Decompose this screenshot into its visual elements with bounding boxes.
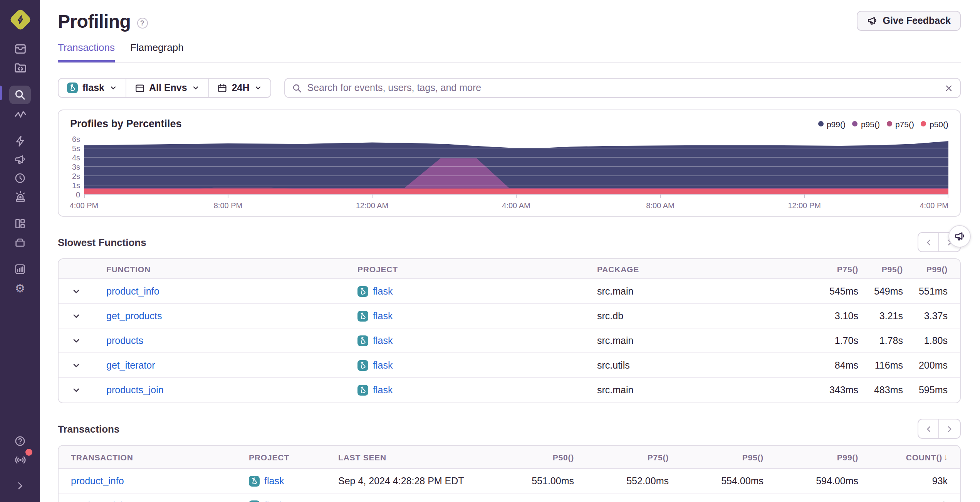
p75-value: 388.00ms xyxy=(574,494,669,502)
transaction-link[interactable]: product_info xyxy=(71,475,124,486)
expand-row-button[interactable] xyxy=(59,378,94,403)
y-tick-label: 0 xyxy=(76,190,80,199)
date-range-filter[interactable]: 24H xyxy=(208,79,270,97)
table-row: get_iteratorflasksrc.utils84ms116ms200ms xyxy=(59,353,960,378)
give-feedback-button[interactable]: Give Feedback xyxy=(857,11,961,31)
y-tick-label: 5s xyxy=(72,144,80,152)
sidebar-item-user-feedback[interactable] xyxy=(9,151,31,168)
expand-row-button[interactable] xyxy=(59,279,94,303)
sidebar-item-replays[interactable] xyxy=(9,170,31,187)
legend-item-p99[interactable]: p99() xyxy=(818,119,846,128)
chart-x-axis: 4:00 PM8:00 PM12:00 AM4:00 AM8:00 AM12:0… xyxy=(84,200,948,211)
legend-item-p75[interactable]: p75() xyxy=(887,119,914,128)
sentry-logo[interactable] xyxy=(10,10,30,30)
column-header-project: PROJECT xyxy=(238,446,327,468)
sidebar-item-performance[interactable] xyxy=(9,133,31,150)
transactions-title: Transactions xyxy=(58,423,119,435)
flask-project-icon xyxy=(249,475,260,486)
p99-value: 594.00ms xyxy=(764,469,858,493)
page-filter-bar: flask All Envs 24H xyxy=(58,78,271,98)
tab-transactions[interactable]: Transactions xyxy=(58,42,115,62)
search-icon xyxy=(292,83,302,93)
sidebar-item-issues[interactable] xyxy=(9,40,31,57)
p95-value: 717.00ms xyxy=(669,494,764,502)
column-header-package: PACKAGE xyxy=(592,259,785,278)
y-tick-label: 6s xyxy=(72,135,80,143)
legend-item-p50[interactable]: p50() xyxy=(921,119,948,128)
percentiles-area-chart[interactable] xyxy=(84,139,948,199)
project-filter[interactable]: flask xyxy=(59,79,125,97)
column-header-transaction: TRANSACTION xyxy=(59,446,238,468)
function-link[interactable]: products_join xyxy=(106,385,164,396)
project-link[interactable]: flask xyxy=(373,385,393,396)
legend-dot xyxy=(921,121,926,126)
calendar-icon xyxy=(217,83,227,93)
y-tick-label: 2s xyxy=(72,172,80,180)
tab-flamegraph[interactable]: Flamegraph xyxy=(130,42,184,62)
area-series-p50[interactable] xyxy=(84,189,948,194)
sidebar-item-search-active[interactable] xyxy=(9,86,31,104)
x-tick-label: 8:00 PM xyxy=(214,201,243,210)
search-input[interactable] xyxy=(307,83,939,93)
page-title: Profiling xyxy=(58,11,131,32)
window-icon xyxy=(134,83,144,93)
floating-feedback-button[interactable] xyxy=(948,225,971,248)
function-link[interactable]: get_products xyxy=(106,310,162,321)
function-link[interactable]: products xyxy=(106,335,143,346)
column-header-count[interactable]: COUNT()↓ xyxy=(858,446,960,468)
next-page-button[interactable] xyxy=(939,419,961,439)
project-link[interactable]: flask xyxy=(373,360,393,371)
p75-value: 84ms xyxy=(785,353,858,377)
sidebar-item-alerts[interactable] xyxy=(9,188,31,205)
x-tick-label: 8:00 AM xyxy=(646,201,674,210)
sidebar-item-explore[interactable] xyxy=(9,59,31,76)
expand-row-button[interactable] xyxy=(59,328,94,352)
flask-project-icon xyxy=(357,286,368,296)
project-link[interactable]: flask xyxy=(373,286,393,296)
column-header-p95: P95() xyxy=(669,446,764,468)
sidebar-item-settings[interactable]: ⚙ xyxy=(9,279,31,296)
function-link[interactable]: product_info xyxy=(106,286,159,296)
project-link[interactable]: flask xyxy=(264,475,284,486)
column-header-p99: P99() xyxy=(903,259,960,278)
transaction-link[interactable]: products_join xyxy=(71,500,128,502)
function-link[interactable]: get_iterator xyxy=(106,360,155,371)
column-header-p95: P95() xyxy=(858,259,903,278)
x-tick-label: 12:00 PM xyxy=(788,201,821,210)
prev-page-button[interactable] xyxy=(918,232,939,252)
tab-bar: Transactions Flamegraph xyxy=(58,42,961,63)
p95-value: 116ms xyxy=(858,353,903,377)
chevron-down-icon xyxy=(192,84,200,92)
prev-page-button[interactable] xyxy=(918,419,939,439)
legend-label: p99() xyxy=(827,119,846,128)
flask-project-icon xyxy=(357,335,368,346)
p95-value: 483ms xyxy=(858,378,903,403)
p99-value: 1.80s xyxy=(903,328,960,352)
table-row: products_joinflaskSep 4, 2024 4:30:20 PM… xyxy=(59,494,960,502)
area-series-p99[interactable] xyxy=(84,141,948,194)
legend-item-p95[interactable]: p95() xyxy=(852,119,880,128)
expand-row-button[interactable] xyxy=(59,353,94,377)
project-link[interactable]: flask xyxy=(373,310,393,321)
environment-filter[interactable]: All Envs xyxy=(125,79,208,97)
project-link[interactable]: flask xyxy=(373,335,393,346)
x-tick-label: 4:00 AM xyxy=(502,201,530,210)
chevron-down-icon xyxy=(254,84,262,92)
sidebar-collapse-button[interactable] xyxy=(9,477,31,494)
p95-value: 554.00ms xyxy=(669,469,764,493)
expand-row-button[interactable] xyxy=(59,304,94,328)
sidebar-item-help[interactable] xyxy=(9,433,31,450)
profiles-by-percentiles-panel: Profiles by Percentiles p99()p95()p75()p… xyxy=(58,109,961,217)
p99-value: 3.37s xyxy=(903,304,960,328)
sidebar-item-releases[interactable] xyxy=(9,234,31,251)
clear-search-icon[interactable] xyxy=(945,84,953,92)
sidebar-item-stats[interactable] xyxy=(9,261,31,278)
p95-value: 1.78s xyxy=(858,328,903,352)
sidebar-item-dashboards[interactable] xyxy=(9,215,31,232)
sidebar-item-metrics[interactable] xyxy=(9,106,31,123)
caret-column-header xyxy=(59,259,94,278)
project-link[interactable]: flask xyxy=(264,500,284,502)
megaphone-icon xyxy=(954,231,965,242)
help-icon[interactable]: ? xyxy=(137,18,148,29)
sidebar-item-whats-new[interactable] xyxy=(9,451,31,468)
